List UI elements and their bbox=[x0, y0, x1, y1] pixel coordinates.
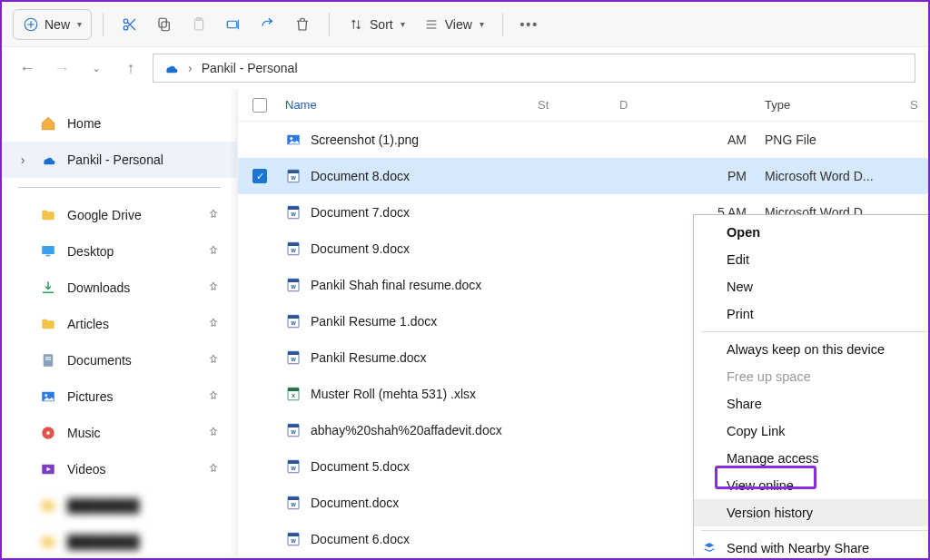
ctx-copy-link[interactable]: Copy Link bbox=[694, 418, 928, 445]
file-type: Microsoft Word D... bbox=[765, 169, 910, 183]
breadcrumb-chevron-icon: › bbox=[188, 61, 193, 75]
toolbar-separator bbox=[329, 13, 330, 36]
file-row[interactable]: ✓ W Document 8.docx PM Microsoft Word D.… bbox=[238, 158, 928, 194]
ctx-edit[interactable]: Edit bbox=[694, 246, 928, 273]
nav-item-articles[interactable]: Articles bbox=[2, 306, 237, 342]
cut-button[interactable] bbox=[114, 9, 145, 40]
pin-icon bbox=[208, 462, 219, 476]
toolbar-separator bbox=[502, 13, 503, 36]
nav-item-label: Music bbox=[67, 426, 101, 440]
file-name: Document 9.docx bbox=[311, 241, 410, 256]
rename-button[interactable] bbox=[218, 9, 249, 40]
nearby-share-icon bbox=[701, 540, 717, 556]
nav-item-blurred[interactable]: ████████ bbox=[2, 487, 237, 524]
svg-rect-45 bbox=[288, 460, 299, 464]
toolbar-separator bbox=[103, 13, 104, 36]
file-type: PNG File bbox=[765, 133, 910, 147]
file-name: Muster Roll (mehta 531) .xlsx bbox=[311, 387, 476, 401]
svg-rect-51 bbox=[288, 533, 299, 536]
ctx-open[interactable]: Open bbox=[694, 219, 928, 246]
svg-text:W: W bbox=[291, 538, 296, 544]
ctx-version-history[interactable]: Version history bbox=[694, 499, 928, 526]
nav-item-label: Articles bbox=[67, 317, 109, 331]
file-row[interactable]: Screenshot (1).png AM PNG File bbox=[238, 122, 928, 158]
nav-item-label: Google Drive bbox=[67, 208, 142, 222]
svg-rect-33 bbox=[288, 315, 299, 319]
onedrive-icon bbox=[40, 152, 56, 168]
nav-item-blurred[interactable]: ████████ bbox=[2, 524, 237, 560]
file-icon: W bbox=[285, 168, 302, 184]
nav-onedrive-personal[interactable]: › Pankil - Personal bbox=[2, 142, 237, 178]
back-button[interactable]: ← bbox=[15, 55, 40, 81]
nav-item-pictures[interactable]: Pictures bbox=[2, 378, 237, 415]
share-button[interactable] bbox=[252, 9, 283, 40]
column-status[interactable]: St bbox=[538, 98, 619, 112]
home-icon bbox=[40, 115, 56, 132]
nav-item-desktop[interactable]: Desktop bbox=[2, 233, 237, 270]
svg-rect-12 bbox=[45, 359, 51, 360]
paste-button[interactable] bbox=[183, 9, 214, 40]
file-icon: W bbox=[285, 204, 302, 221]
scissors-icon bbox=[122, 16, 138, 33]
file-name: Document 6.docx bbox=[311, 532, 410, 546]
ctx-manage-access[interactable]: Manage access bbox=[694, 445, 928, 472]
row-checkbox[interactable]: ✓ bbox=[252, 169, 267, 183]
svg-point-19 bbox=[290, 137, 292, 140]
expander-icon[interactable]: › bbox=[16, 152, 29, 167]
ctx-always-keep[interactable]: Always keep on this device bbox=[694, 336, 928, 363]
copy-button[interactable] bbox=[149, 9, 180, 40]
file-name: Pankil Shah final resume.docx bbox=[311, 278, 481, 292]
nav-item-downloads[interactable]: Downloads bbox=[2, 270, 237, 306]
file-icon: W bbox=[285, 241, 302, 257]
column-name[interactable]: Name bbox=[282, 98, 538, 112]
svg-rect-36 bbox=[288, 351, 299, 355]
svg-rect-10 bbox=[44, 354, 54, 367]
ctx-share[interactable]: Share bbox=[694, 390, 928, 418]
svg-rect-27 bbox=[288, 242, 299, 246]
file-icon: W bbox=[285, 349, 302, 366]
column-type[interactable]: Type bbox=[765, 98, 910, 112]
sort-icon bbox=[348, 16, 364, 33]
column-size[interactable]: S bbox=[910, 98, 928, 112]
nav-item-label: Documents bbox=[67, 353, 132, 368]
recent-locations-button[interactable]: ⌄ bbox=[84, 55, 109, 81]
nav-item-videos[interactable]: Videos bbox=[2, 451, 237, 487]
more-button[interactable]: ••• bbox=[514, 9, 545, 40]
svg-text:W: W bbox=[291, 502, 296, 507]
nav-item-icon bbox=[40, 243, 56, 260]
nav-divider bbox=[18, 187, 221, 188]
up-button[interactable]: ↑ bbox=[118, 55, 143, 81]
sort-button[interactable]: Sort ▾ bbox=[341, 9, 412, 40]
nav-item-documents[interactable]: Documents bbox=[2, 342, 237, 378]
column-date[interactable]: D bbox=[619, 98, 765, 112]
pin-icon bbox=[208, 280, 219, 295]
svg-rect-42 bbox=[288, 424, 299, 427]
rename-icon bbox=[225, 16, 242, 33]
nav-item-music[interactable]: Music bbox=[2, 415, 237, 451]
new-button[interactable]: New ▾ bbox=[13, 9, 92, 40]
breadcrumb-location[interactable]: Pankil - Personal bbox=[202, 61, 298, 75]
pin-icon bbox=[208, 317, 219, 331]
svg-rect-11 bbox=[45, 357, 51, 358]
ctx-nearby-share[interactable]: Send with Nearby Share bbox=[694, 535, 928, 556]
file-icon bbox=[285, 132, 302, 148]
ctx-view-online[interactable]: View online bbox=[694, 472, 928, 499]
svg-rect-9 bbox=[46, 255, 51, 257]
nav-home[interactable]: Home bbox=[2, 105, 237, 142]
nav-home-label: Home bbox=[67, 116, 101, 131]
forward-button[interactable]: → bbox=[49, 55, 74, 81]
select-all-checkbox[interactable] bbox=[252, 98, 267, 113]
nav-item-icon bbox=[40, 461, 56, 477]
pin-icon bbox=[208, 389, 219, 404]
navigation-pane: Home › Pankil - Personal Google Drive De… bbox=[2, 89, 238, 556]
nav-item-icon bbox=[40, 207, 56, 223]
nav-item-label: Videos bbox=[67, 462, 106, 476]
ctx-print[interactable]: Print bbox=[694, 300, 928, 328]
nav-item-google-drive[interactable]: Google Drive bbox=[2, 197, 237, 233]
address-bar[interactable]: › Pankil - Personal bbox=[153, 54, 915, 83]
file-icon: W bbox=[285, 458, 302, 475]
ctx-new[interactable]: New bbox=[694, 273, 928, 300]
file-name: abhay%20shah%20affadevit.docx bbox=[311, 423, 502, 437]
delete-button[interactable] bbox=[287, 9, 318, 40]
view-button[interactable]: View ▾ bbox=[416, 9, 491, 40]
